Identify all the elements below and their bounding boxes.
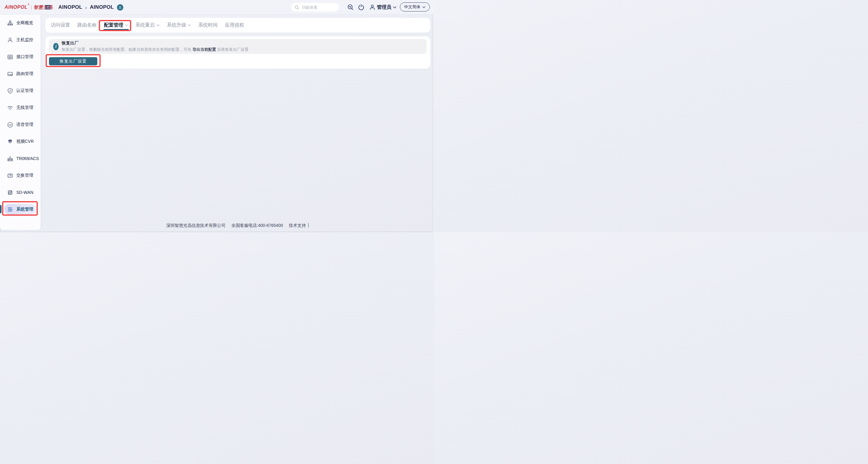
ethernet-port-icon	[7, 54, 13, 60]
chevron-down-icon	[188, 24, 191, 26]
sip-icon: SIP	[7, 122, 13, 128]
router-device-icon	[7, 71, 13, 77]
host-monitor-icon	[7, 37, 13, 43]
tab-label: 系统升级	[167, 22, 186, 28]
tab-router-name[interactable]: 路由名称	[78, 18, 97, 33]
factory-reset-info-banner: i 恢复出厂 恢复出厂设置，将删除当前所有配置。如果当前系统存在有用的配置，可先…	[49, 39, 427, 54]
banner-description: 恢复出厂设置，将删除当前所有配置。如果当前系统存在有用的配置，可先 导出当前配置…	[62, 47, 248, 52]
active-item-indicator	[0, 205, 1, 213]
chevron-down-icon	[125, 24, 128, 26]
desc-after: 后再恢复出厂设置	[216, 47, 249, 52]
factory-reset-button[interactable]: 恢复出厂设置	[49, 57, 97, 65]
sidebar-nav: 全网概览 主机监控 接口管理	[0, 14, 41, 230]
sd-wan-icon	[7, 190, 13, 195]
topbar: AINOPOL® | 智慧光迅 AINOPOL › AINOPOL 主	[0, 0, 434, 14]
language-selector[interactable]: 中文简体	[400, 2, 430, 11]
sidebar-item-label: 认证管理	[16, 88, 33, 93]
search-input[interactable]	[302, 5, 335, 10]
sidebar-item-label: TR069/ACS	[16, 156, 39, 161]
language-label: 中文简体	[404, 4, 421, 10]
sidebar-item-network-overview[interactable]: 全网概览	[0, 14, 40, 31]
breadcrumb-separator-icon: ›	[86, 4, 87, 10]
sidebar-item-label: 主机监控	[16, 37, 33, 42]
sidebar-item-tr069-acs[interactable]: TR069/ACS	[0, 150, 40, 167]
sidebar-item-label: 全网概览	[16, 20, 33, 26]
breadcrumb: AINOPOL › AINOPOL 主	[58, 0, 123, 14]
tab-system-restart[interactable]: 系统重启	[135, 18, 160, 33]
chevron-down-icon	[422, 6, 426, 8]
sidebar-item-label: 系统管理	[16, 207, 33, 212]
dome-camera-icon	[7, 139, 13, 145]
brand-name: AINOPOL®	[4, 4, 30, 10]
tab-app-license[interactable]: 应用授权	[225, 18, 244, 33]
function-search[interactable]	[291, 3, 339, 11]
user-menu[interactable]: 管理员	[369, 0, 397, 14]
sidebar-item-label: 无线管理	[16, 105, 33, 110]
export-config-link[interactable]: 导出当前配置	[192, 47, 216, 52]
footer-company: 深圳智慧光迅信息技术有限公司	[166, 223, 225, 228]
shield-check-icon	[7, 88, 13, 94]
tab-config-mgmt[interactable]: 配置管理	[104, 18, 128, 33]
sidebar-item-sd-wan[interactable]: SD-WAN	[0, 184, 40, 201]
sidebar-item-label: SD-WAN	[16, 190, 33, 195]
tab-label: 访问设置	[51, 22, 70, 28]
tab-label: 系统时间	[198, 22, 218, 28]
tab-label: 应用授权	[225, 22, 244, 28]
sidebar-item-route-mgmt[interactable]: 路由管理	[0, 65, 40, 82]
sidebar-item-label: 语音管理	[16, 122, 33, 127]
sidebar-item-label: 交换管理	[16, 173, 33, 178]
factory-reset-panel: i 恢复出厂 恢复出厂设置，将删除当前所有配置。如果当前系统存在有用的配置，可先…	[45, 36, 430, 69]
sidebar-item-host-monitor[interactable]: 主机监控	[0, 31, 40, 49]
breadcrumb-item-root[interactable]: AINOPOL	[58, 4, 83, 10]
sidebar-item-voice-mgmt[interactable]: SIP 语音管理	[0, 116, 40, 133]
sidebar-item-label: 路由管理	[16, 71, 33, 77]
sidebar-item-label: 接口管理	[16, 54, 33, 60]
chevron-down-icon	[393, 6, 397, 8]
page-footer: 深圳智慧光迅信息技术有限公司 全国客服电话:400-8765400 技术支持	[41, 223, 434, 228]
log-search-icon[interactable]	[347, 4, 354, 10]
settings-tab-bar: 访问设置 路由名称 配置管理 系统重启 系统升级 系统时间 应用授权	[45, 18, 430, 33]
sidebar-item-label: 视频CVR	[16, 139, 34, 144]
text-caret	[308, 223, 309, 228]
svg-text:SIP: SIP	[8, 124, 11, 126]
user-name: 管理员	[377, 4, 392, 10]
tab-label: 系统重启	[135, 22, 155, 28]
registered-mark: ®	[28, 3, 29, 6]
primary-device-badge: 主	[117, 4, 123, 10]
sidebar-item-system-mgmt[interactable]: 系统管理	[0, 201, 40, 218]
chevron-down-icon	[156, 24, 160, 26]
sidebar-collapse-icon[interactable]	[44, 4, 51, 10]
info-icon: i	[53, 43, 59, 50]
sidebar-item-auth-mgmt[interactable]: 认证管理	[0, 82, 40, 99]
tab-label: 配置管理	[104, 22, 123, 28]
sidebar-item-switch-mgmt[interactable]: 交换管理	[0, 167, 40, 184]
wifi-icon	[7, 105, 13, 111]
sidebar-item-interface-mgmt[interactable]: 接口管理	[0, 49, 40, 65]
footer-support-link[interactable]: 技术支持	[289, 223, 306, 228]
scrollbar-track[interactable]	[433, 0, 434, 232]
switch-icon	[7, 172, 13, 178]
active-tab-underline	[103, 29, 129, 30]
topology-icon	[7, 20, 13, 26]
user-icon	[369, 4, 375, 10]
sidebar-item-video-cvr[interactable]: 视频CVR	[0, 133, 40, 150]
acs-server-icon	[7, 155, 13, 162]
power-icon[interactable]	[358, 4, 365, 10]
banner-title: 恢复出厂	[62, 40, 248, 46]
tab-system-time[interactable]: 系统时间	[198, 18, 218, 33]
tab-label: 路由名称	[78, 22, 97, 28]
breadcrumb-item-current[interactable]: AINOPOL	[90, 4, 114, 10]
tab-system-upgrade[interactable]: 系统升级	[167, 18, 191, 33]
sliders-icon	[7, 206, 13, 212]
logo-divider: |	[31, 5, 32, 9]
footer-hotline: 全国客服电话:400-8765400	[231, 223, 283, 228]
tab-access-settings[interactable]: 访问设置	[51, 18, 70, 33]
sidebar-item-wireless-mgmt[interactable]: 无线管理	[0, 99, 40, 116]
desc-before: 恢复出厂设置，将删除当前所有配置。如果当前系统存在有用的配置，可先	[62, 47, 192, 52]
search-icon	[295, 5, 299, 10]
